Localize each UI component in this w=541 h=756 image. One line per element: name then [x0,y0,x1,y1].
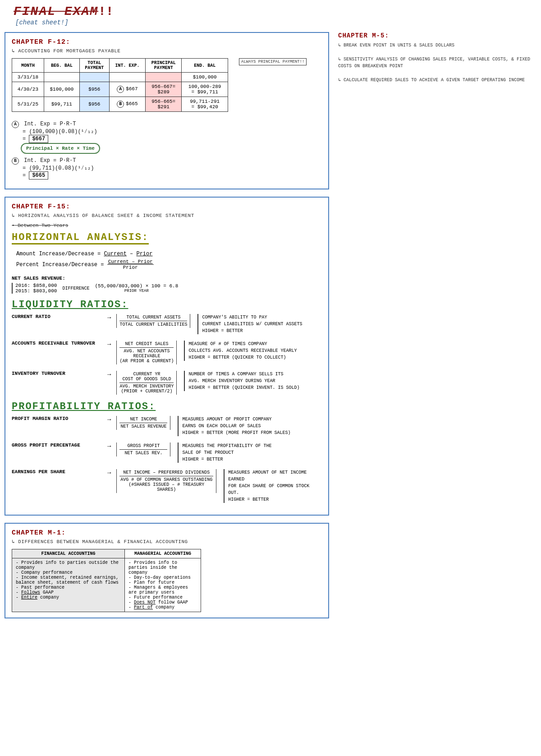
chapter-m5-box: Chapter M-5: Break even point in units &… [338,32,536,83]
ar-turnover-fraction: Net Credit Sales Avg. Net AccountsReceiv… [116,341,177,364]
formula-a-line2: = (100,000)(0.08)(¹⁄₁₂) [23,128,322,135]
net-sales-diff-label: Difference [62,286,89,291]
title-exclaim: !! [98,5,114,18]
col-int-exp: Int. Exp. [109,59,145,73]
ha-section: Horizontal Analysis: Amount Increase/Dec… [12,232,322,270]
left-column: Chapter F-12: Accounting for Mortgages P… [5,32,329,626]
eps-row: Earnings Per Share → Net Income – Prefer… [12,469,322,503]
ratio-arrow-4: → [107,416,111,423]
chapter-m5-item-2: Sensitivity analysis of changing sales p… [338,56,536,69]
always-principal-note: Always Principal Payment!! [239,58,307,65]
ratio-arrow-2: → [107,341,111,348]
formula-b: B Int. Exp = P·R·T = (99,711)(0.08)(¹⁄₁₂… [12,157,322,180]
chapter-m1-box: Chapter M-1: Differences Between Manager… [5,523,329,618]
mortgage-table: Month Beg. Bal TotalPayment Int. Exp. Pr… [12,58,228,112]
net-sales-block: Net Sales Revenue: 2016: $858,000 2015: … [12,276,322,294]
gross-profit-desc: Measures the Profitability of the Sale o… [178,443,271,463]
chapter-f15-title: Chapter F-15: [12,203,322,211]
col-principal: PrincipalPayment [146,59,182,73]
formula-b-line3: = $665 [23,171,322,180]
table-row: 4/30/23 $100,000 $956 A$667 956-667=$289… [12,82,228,97]
ratio-arrow-5: → [107,443,111,450]
formula-b-line1: Int. Exp = P·R·T [24,157,76,164]
inventory-turnover-name: Inventory Turnover [12,371,102,376]
ar-turnover-row: Accounts Receivable Turnover → Net Credi… [12,341,322,364]
net-sales-label: Net Sales Revenue: [12,276,322,281]
between-years: Between Two Years [12,223,322,228]
chapter-m5-title: Chapter M-5: [338,32,536,39]
ha-formula-1: Amount Increase/Decrease = Current – Pri… [16,251,322,257]
col-beg-bal: Beg. Bal [44,59,79,73]
current-ratio-row: Current Ratio → Total Current Assets Tot… [12,314,322,334]
liquidity-section: Liquidity Ratios: Current Ratio → Total … [12,299,322,395]
formula-b-line2: = (99,711)(0.08)(¹⁄₁₂) [23,165,322,171]
prior-year-label: Prior Year [95,289,178,293]
inventory-turnover-row: Inventory Turnover → Current YrCost of G… [12,371,322,395]
current-ratio-name: Current Ratio [12,314,102,319]
ha-formula-2: Percent Increase/Decrease = Current – Pr… [16,259,322,270]
chapter-f15-box: Chapter F-15: Horizontal Analysis of Bal… [5,197,329,516]
formula-a-line1: Int. Exp = P·R·T [24,121,76,127]
ratio-arrow-6: → [107,469,111,476]
col-month: Month [12,59,44,73]
ar-turnover-name: Accounts Receivable Turnover [12,341,102,346]
chapter-f12-subtitle: Accounting for Mortgages Payable [12,48,322,54]
title-area: Final Exam!! [cheat sheet!] [5,5,536,27]
inventory-turnover-fraction: Current YrCost of Goods Sold Avg. Merch … [116,371,177,395]
chapter-f12-title: Chapter F-12: [12,38,322,46]
ar-turnover-desc: Measure of # of Times Company Collects A… [184,341,297,361]
current-ratio-desc: Company's Ability to Pay Current Liabili… [197,314,302,334]
gross-profit-name: Gross Profit Percentage [12,443,102,448]
chapter-f15-subtitle: Horizontal Analysis of Balance Sheet & I… [12,212,322,218]
profit-margin-fraction: Net Income Net Sales Revenue [116,416,170,430]
right-column: Chapter M-5: Break even point in units &… [338,32,536,626]
fa-col-header: Financial Accounting [12,549,125,558]
profit-margin-desc: Measures Amount of Profit Company Earns … [178,416,290,436]
table-row: 3/31/18 $100,000 [12,73,228,82]
ratio-arrow: → [107,314,111,321]
eps-fraction: Net Income – Preferred Dividends Avg # o… [116,469,216,493]
profitability-title: Profitability Ratios: [12,401,322,412]
chapter-m5-item-1: Break even point in units & sales dollar… [338,42,536,49]
eps-name: Earnings Per Share [12,469,102,475]
col-end-bal: End. Bal [182,59,228,73]
net-sales-calc: (55,000/803,000) × 100 = 6.8 [95,283,178,289]
eps-desc: Measures Amount of Net Income Earned For… [224,469,322,503]
net-sales-year1: 2016: $858,000 [15,283,57,288]
ma-col-header: Managerial Accounting [124,549,201,558]
title-main: Final Exam [14,5,98,18]
chapter-f12-box: Chapter F-12: Accounting for Mortgages P… [5,32,329,189]
profit-margin-name: Profit Margin Ratio [12,416,102,421]
ha-title: Horizontal Analysis: [12,232,149,244]
col-total-payment: TotalPayment [79,59,109,73]
liquidity-title: Liquidity Ratios: [12,299,322,310]
chapter-m1-subtitle: Differences Between Managerial & Financi… [12,539,322,544]
title-sub: [cheat sheet!] [15,19,69,26]
formula-a: A Int. Exp = P·R·T = (100,000)(0.08)(¹⁄₁… [12,121,322,154]
table-row: 5/31/25 $99,711 $956 B$665 956-665=$291 … [12,97,228,112]
ratio-arrow-3: → [107,371,111,378]
gross-profit-fraction: Gross Profit Net Sales Rev. [116,443,170,456]
profit-margin-row: Profit Margin Ratio → Net Income Net Sal… [12,416,322,436]
gross-profit-row: Gross Profit Percentage → Gross Profit N… [12,443,322,463]
comparison-table: Financial Accounting Managerial Accounti… [12,549,201,612]
formula-a-line3: = $667 [23,135,322,143]
main-layout: Chapter F-12: Accounting for Mortgages P… [5,32,536,626]
chapter-m5-item-3: Calculate required sales to achieve a gi… [338,77,536,83]
current-ratio-fraction: Total Current Assets Total Current Liabi… [116,314,190,328]
net-sales-year2: 2015: $803,000 [15,288,57,294]
chapter-m1-title: Chapter M-1: [12,529,322,537]
inventory-turnover-desc: Number of Times a Company Sells its Avg.… [184,371,299,391]
table-row: - Provides info to parties outside the c… [12,558,201,612]
formula-cloud: Principal × Rate × Time [21,143,100,154]
profitability-section: Profitability Ratios: Profit Margin Rati… [12,401,322,503]
